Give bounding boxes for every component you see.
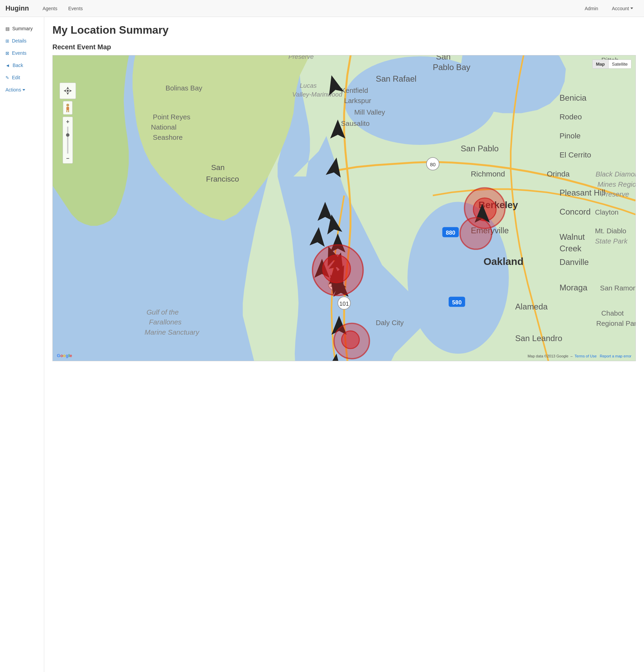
svg-text:Creek: Creek bbox=[560, 244, 582, 253]
svg-text:Larkspur: Larkspur bbox=[344, 97, 371, 105]
svg-text:Oakland: Oakland bbox=[483, 256, 523, 267]
svg-text:Francisco: Francisco bbox=[206, 175, 239, 183]
navbar-right: Admin Account bbox=[579, 1, 639, 16]
zoom-slider-container: + − bbox=[63, 117, 73, 164]
street-view-icon[interactable] bbox=[63, 101, 72, 115]
terms-of-use-link[interactable]: Terms of Use bbox=[575, 354, 597, 358]
svg-text:San Leandro: San Leandro bbox=[515, 334, 562, 343]
map-type-control: Map Satellite bbox=[592, 60, 631, 69]
svg-text:Rodeo: Rodeo bbox=[560, 112, 582, 121]
svg-point-120 bbox=[342, 331, 360, 349]
svg-text:Black Diamond: Black Diamond bbox=[596, 170, 635, 178]
svg-text:Preserve: Preserve bbox=[288, 56, 314, 60]
actions-caret-icon bbox=[22, 89, 25, 91]
report-map-error-link[interactable]: Report a map error bbox=[600, 354, 631, 358]
navbar: Huginn Agents Events Admin Account bbox=[0, 0, 644, 17]
svg-text:Gulf of the: Gulf of the bbox=[147, 308, 178, 316]
back-icon: ◄ bbox=[5, 63, 10, 68]
svg-text:Seashore: Seashore bbox=[153, 133, 183, 141]
section-title: Recent Event Map bbox=[52, 43, 636, 51]
svg-text:Kentfield: Kentfield bbox=[341, 86, 368, 94]
svg-text:Concord: Concord bbox=[560, 207, 590, 216]
google-logo: Google bbox=[57, 353, 72, 358]
navbar-brand[interactable]: Huginn bbox=[5, 4, 29, 12]
sidebar-item-edit[interactable]: ✎ Edit bbox=[0, 71, 44, 84]
zoom-in-button[interactable]: + bbox=[65, 118, 71, 125]
svg-marker-123 bbox=[66, 87, 69, 89]
svg-text:Daly City: Daly City bbox=[376, 319, 404, 326]
svg-text:Farallones: Farallones bbox=[149, 318, 182, 326]
svg-text:Benicia: Benicia bbox=[560, 93, 587, 103]
svg-point-118 bbox=[323, 255, 351, 283]
svg-text:Alameda: Alameda bbox=[515, 302, 548, 311]
svg-text:Pinole: Pinole bbox=[560, 132, 581, 140]
pan-control[interactable] bbox=[60, 83, 76, 99]
page-layout: ▤ Summary ⊞ Details ⊠ Events ◄ Back ✎ Ed… bbox=[0, 17, 644, 672]
navbar-link-agents[interactable]: Agents bbox=[37, 1, 63, 16]
sidebar-item-actions[interactable]: Actions bbox=[0, 84, 44, 96]
zoom-out-button[interactable]: − bbox=[65, 155, 71, 162]
svg-text:Valley-Marinwood: Valley-Marinwood bbox=[292, 91, 342, 98]
svg-text:Richmond: Richmond bbox=[471, 170, 505, 178]
svg-rect-131 bbox=[68, 110, 69, 112]
svg-text:San Ramon: San Ramon bbox=[600, 284, 635, 292]
svg-text:Regional Park: Regional Park bbox=[596, 319, 635, 327]
svg-text:101: 101 bbox=[339, 301, 349, 307]
svg-text:Lucas: Lucas bbox=[300, 82, 317, 89]
details-icon: ⊞ bbox=[5, 38, 9, 44]
svg-rect-129 bbox=[66, 107, 69, 110]
svg-text:Mill Valley: Mill Valley bbox=[354, 108, 385, 116]
svg-point-127 bbox=[67, 90, 69, 92]
map-attribution: Map data ©2013 Google – Terms of Use Rep… bbox=[528, 354, 631, 358]
map-zoom-control: + − bbox=[60, 83, 76, 164]
svg-text:Walnut: Walnut bbox=[560, 232, 585, 241]
svg-text:Pleasant Hill: Pleasant Hill bbox=[560, 188, 605, 197]
svg-text:880: 880 bbox=[446, 230, 455, 236]
sidebar: ▤ Summary ⊞ Details ⊠ Events ◄ Back ✎ Ed… bbox=[0, 17, 44, 672]
main-content: My Location Summary Recent Event Map bbox=[44, 17, 644, 672]
svg-text:Bolinas Bay: Bolinas Bay bbox=[165, 84, 202, 92]
svg-text:Orinda: Orinda bbox=[547, 170, 570, 178]
svg-text:Danville: Danville bbox=[560, 257, 589, 267]
svg-rect-130 bbox=[66, 110, 67, 112]
zoom-track[interactable] bbox=[67, 127, 68, 154]
svg-text:South San: South San bbox=[363, 359, 399, 361]
zoom-thumb[interactable] bbox=[66, 133, 69, 137]
sidebar-item-details[interactable]: ⊞ Details bbox=[0, 35, 44, 47]
pan-arrows-icon bbox=[62, 85, 73, 96]
svg-text:San: San bbox=[436, 56, 451, 61]
svg-text:El Cerrito: El Cerrito bbox=[560, 151, 591, 159]
map-type-map-button[interactable]: Map bbox=[593, 60, 609, 68]
edit-icon: ✎ bbox=[5, 75, 9, 80]
map-type-satellite-button[interactable]: Satellite bbox=[609, 60, 631, 68]
events-icon: ⊠ bbox=[5, 51, 9, 56]
navbar-account[interactable]: Account bbox=[606, 1, 639, 16]
svg-text:Moraga: Moraga bbox=[560, 283, 588, 292]
svg-text:Mt. Diablo: Mt. Diablo bbox=[595, 227, 626, 235]
svg-text:Sausalito: Sausalito bbox=[341, 119, 370, 127]
svg-text:Mines Regional: Mines Regional bbox=[597, 180, 635, 188]
svg-text:State Park: State Park bbox=[595, 237, 628, 245]
svg-text:Chabot: Chabot bbox=[601, 309, 624, 317]
svg-text:Clayton: Clayton bbox=[595, 208, 619, 216]
svg-marker-124 bbox=[66, 92, 69, 95]
svg-text:San: San bbox=[211, 163, 225, 172]
svg-point-128 bbox=[66, 104, 69, 106]
sidebar-item-events[interactable]: ⊠ Events bbox=[0, 47, 44, 59]
page-title: My Location Summary bbox=[52, 24, 636, 36]
svg-text:Preserve: Preserve bbox=[601, 190, 629, 198]
sidebar-item-back[interactable]: ◄ Back bbox=[0, 59, 44, 71]
svg-text:580: 580 bbox=[452, 299, 461, 306]
svg-point-116 bbox=[460, 218, 492, 249]
svg-text:Marine Sanctuary: Marine Sanctuary bbox=[145, 328, 200, 336]
summary-icon: ▤ bbox=[5, 26, 10, 31]
navbar-link-events[interactable]: Events bbox=[63, 1, 88, 16]
sidebar-item-summary[interactable]: ▤ Summary bbox=[0, 22, 44, 35]
svg-text:San Pablo: San Pablo bbox=[460, 144, 499, 153]
map-container[interactable]: 101 80 280 580 680 880 280 Oakland Emery… bbox=[52, 55, 636, 361]
svg-marker-126 bbox=[69, 89, 72, 92]
account-caret-icon bbox=[630, 8, 633, 9]
navbar-admin[interactable]: Admin bbox=[579, 1, 604, 16]
svg-text:Pablo Bay: Pablo Bay bbox=[433, 63, 471, 72]
svg-text:National: National bbox=[151, 123, 176, 131]
